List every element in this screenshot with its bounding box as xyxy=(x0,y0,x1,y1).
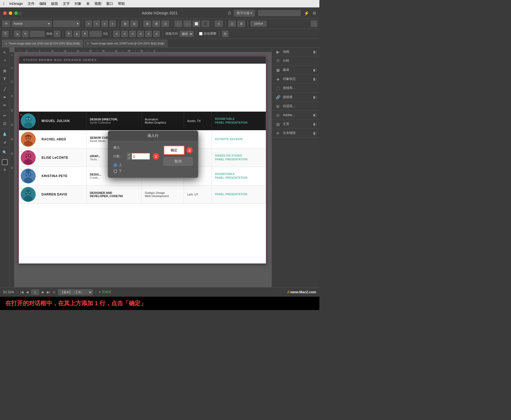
font-size-input[interactable] xyxy=(30,31,45,37)
radio-below[interactable]: 下 xyxy=(113,169,159,173)
frame-btn3[interactable]: ⬜ xyxy=(193,21,200,27)
frame-tool[interactable]: ⊞ xyxy=(1,67,8,74)
font-selector[interactable]: Avenir ▾ xyxy=(12,21,52,27)
fill-color[interactable] xyxy=(2,159,8,165)
mode-toggle[interactable]: ⊟ xyxy=(1,166,8,173)
direction-select[interactable]: 横排 竖排 xyxy=(180,31,193,37)
t2-align3[interactable]: ≡ xyxy=(129,31,136,37)
scissors-tool[interactable]: ✂ xyxy=(1,112,8,119)
t2-align6[interactable]: ≡ xyxy=(153,31,160,37)
font-size-up[interactable]: ▲ xyxy=(14,31,20,37)
apple-menu[interactable]:  xyxy=(3,2,5,6)
align-center-btn[interactable]: ≡ xyxy=(93,21,100,27)
zoom-tool[interactable]: 🔍 xyxy=(1,149,8,156)
auto-adjust-checkbox[interactable]: 自动调整 xyxy=(199,31,216,36)
align-right-btn[interactable]: ≡ xyxy=(101,21,108,27)
content-btn[interactable]: ⊞ xyxy=(237,21,245,27)
menu-table[interactable]: 表 xyxy=(86,1,90,6)
t2-align5[interactable]: ≡ xyxy=(145,31,152,37)
frame-btn1[interactable]: ⬚ xyxy=(175,21,182,27)
style-selector[interactable]: ▾ xyxy=(53,21,80,27)
tab-end[interactable]: ✕ *insert-image-table-cell_END.indd @ 52… xyxy=(2,40,83,47)
frame-btn4[interactable]: ⬛ xyxy=(202,21,209,27)
type-tool[interactable]: T xyxy=(1,75,8,82)
t2-size-dropdown[interactable]: ▾ xyxy=(54,31,60,37)
pencil-tool[interactable]: ✏ xyxy=(1,102,8,109)
menu-view[interactable]: 视图 xyxy=(94,1,101,6)
home-icon[interactable]: ⌂ xyxy=(19,10,22,16)
grid-view-btn2[interactable]: ⊟ xyxy=(130,21,138,27)
page-last-btn[interactable]: ▶| xyxy=(47,290,50,294)
toolbar-more-btn[interactable]: ⋮ xyxy=(311,21,317,27)
t2-aa-down[interactable]: ▼ xyxy=(82,31,88,37)
tab-start-close-btn[interactable]: ✕ xyxy=(87,42,89,45)
menu-file[interactable]: 文件 xyxy=(28,1,35,6)
menu-help[interactable]: 帮助 xyxy=(118,1,125,6)
page-next-btn[interactable]: ▶ xyxy=(42,290,44,294)
direct-select-tool[interactable]: ↗ xyxy=(1,57,8,64)
grid-view-btn5[interactable]: ⊡ xyxy=(162,21,169,27)
t2-align4[interactable]: ≡ xyxy=(137,31,144,37)
frame-btn2[interactable]: ⬚ xyxy=(184,21,191,27)
grid-view-btn4[interactable]: ⊠ xyxy=(153,21,160,27)
panel-item-animation[interactable]: ▶ 动画 ◧ xyxy=(272,47,319,56)
measure-tool[interactable]: ⊿ xyxy=(1,138,8,145)
tab-start[interactable]: ✕ *insert-image-table-cell_START.indd @ … xyxy=(84,40,167,47)
search-input[interactable] xyxy=(258,10,301,16)
panel-item-object-states[interactable]: ◈ 对象状态 ◧ xyxy=(272,75,319,84)
panel-item-buttons[interactable]: ⬚ 按钮和... xyxy=(272,84,319,93)
share-button[interactable]: ⎙ xyxy=(228,11,231,15)
text-type-icon[interactable]: T xyxy=(2,31,9,37)
menu-object[interactable]: 对象 xyxy=(75,1,81,6)
page-number-input[interactable] xyxy=(31,289,39,295)
close-button[interactable] xyxy=(3,11,7,15)
t2-aa-up[interactable]: ▲ xyxy=(74,31,80,37)
menu-text[interactable]: 文字 xyxy=(63,1,70,6)
pen-tool[interactable]: ✒ xyxy=(1,94,8,101)
cancel-button[interactable]: 取消 xyxy=(163,157,193,166)
tab-close-btn[interactable]: ✕ xyxy=(5,42,7,45)
minimize-button[interactable] xyxy=(9,11,12,15)
fx-btn[interactable]: fx xyxy=(215,21,223,27)
align-justify-btn[interactable]: ≡ xyxy=(109,21,116,27)
maximize-button[interactable] xyxy=(14,11,18,15)
confirm-button[interactable]: 确定 xyxy=(163,145,185,155)
tracking-input[interactable] xyxy=(90,31,102,37)
page-prev-btn[interactable]: ◀ xyxy=(26,290,28,294)
zoom-display[interactable]: 100% ▾ xyxy=(250,21,266,27)
panel-item-text-wrap[interactable]: ≋ 文本绕排 ◧ xyxy=(272,129,319,138)
panel-item-adaptive[interactable]: ⊞ 自适应... xyxy=(272,102,319,111)
grid-view-btn1[interactable]: ⊞ xyxy=(121,21,129,27)
t2-align2[interactable]: ≡ xyxy=(121,31,128,37)
text-tool-btn[interactable]: T▾ xyxy=(2,21,10,27)
panel-item-master[interactable]: ▤ 主页 ◧ xyxy=(272,120,319,129)
align-left-btn[interactable]: ≡ xyxy=(85,21,92,27)
settings-icon[interactable]: ⚙ xyxy=(312,11,316,16)
responsive-btn[interactable]: ◫ xyxy=(228,21,236,27)
spin-up-btn[interactable]: ▲ xyxy=(127,153,131,156)
radio-above[interactable]: 上 xyxy=(113,163,159,167)
panel-item-adobe[interactable]: ◎ Adobe... ◧ xyxy=(272,111,319,120)
panel-item-timing[interactable]: ⏱ 计时 xyxy=(272,56,319,66)
eyedropper-tool[interactable]: 💧 xyxy=(1,131,8,137)
grid-view-btn3[interactable]: ⊞ xyxy=(143,21,151,27)
workspace-select[interactable]: 【基本】（工作） xyxy=(58,289,93,295)
font-size-down[interactable]: ▼ xyxy=(22,31,28,37)
menu-indesign[interactable]: InDesign xyxy=(9,2,23,6)
t2-extra-icon[interactable]: ⊟ xyxy=(222,31,228,37)
publish-button[interactable]: 数字出版 ▾ xyxy=(234,10,255,17)
panel-item-hyperlinks[interactable]: 🔗 超链接 ◧ xyxy=(272,93,319,102)
page-first-btn[interactable]: |◀ xyxy=(20,290,23,294)
lightning-icon[interactable]: ⚡ xyxy=(304,11,309,16)
panel-item-media[interactable]: ▦ 媒体 ◧ xyxy=(272,66,319,75)
t2-aa-icon[interactable]: Aᵃ xyxy=(66,31,72,37)
rows-input[interactable] xyxy=(131,153,150,160)
menu-window[interactable]: 窗口 xyxy=(106,1,113,6)
t2-align1[interactable]: ≡ xyxy=(113,31,120,37)
line-tool[interactable]: ╱ xyxy=(1,86,8,93)
menu-edit[interactable]: 编辑 xyxy=(39,1,46,6)
menu-layout[interactable]: 版面 xyxy=(51,1,58,6)
spin-down-btn[interactable]: ▼ xyxy=(127,156,131,160)
transform-tool[interactable]: ⊡ xyxy=(1,120,8,127)
select-tool[interactable]: ↖ xyxy=(1,49,8,56)
